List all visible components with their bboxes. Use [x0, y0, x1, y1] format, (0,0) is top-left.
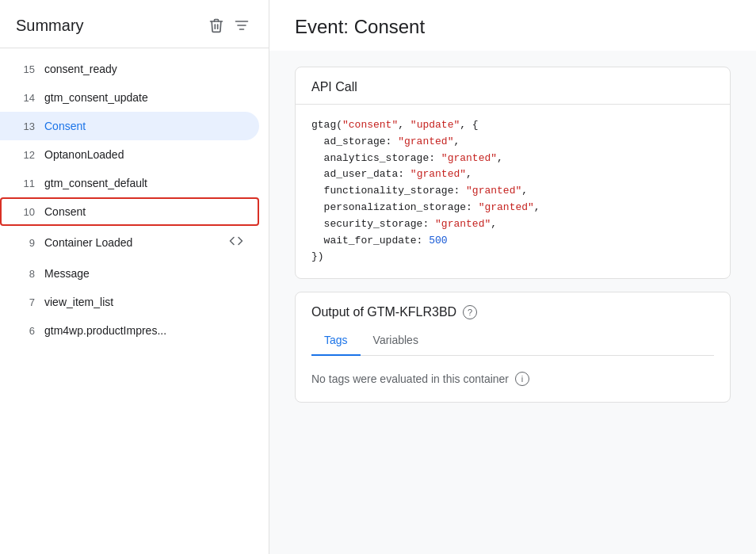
- main-header: Event: Consent: [269, 0, 756, 51]
- event-name: gtm_consent_update: [44, 91, 243, 104]
- event-title: Event: Consent: [295, 16, 731, 38]
- filter-icon: [234, 17, 250, 33]
- event-item[interactable]: 9Container Loaded: [0, 226, 259, 259]
- output-card: Output of GTM-KFLR3BD ? TagsVariables No…: [295, 292, 731, 403]
- code-token: "granted": [398, 136, 453, 147]
- code-token: ,: [497, 152, 503, 164]
- code-token: functionality_storage:: [311, 185, 466, 197]
- event-list: 15consent_ready14gtm_consent_update13Con…: [0, 48, 269, 351]
- code-token: gtag(: [311, 119, 342, 131]
- code-token: ,: [398, 119, 410, 131]
- event-name: Consent: [44, 205, 243, 218]
- sidebar-header: Summary: [0, 0, 269, 48]
- event-name: consent_ready: [44, 63, 243, 75]
- delete-icon: [208, 17, 224, 33]
- code-line: gtag("consent", "update", {: [311, 117, 714, 134]
- code-token: ad_storage:: [311, 136, 398, 147]
- event-number: 15: [16, 63, 35, 75]
- event-item[interactable]: 7view_item_list: [0, 288, 259, 316]
- code-token: "consent": [342, 119, 398, 131]
- code-token: ,: [521, 185, 528, 197]
- code-token: ,: [466, 168, 472, 180]
- api-call-body: gtag("consent", "update", { ad_storage: …: [296, 105, 730, 278]
- code-line: personalization_storage: "granted",: [311, 200, 714, 216]
- event-number: 10: [16, 206, 35, 218]
- code-token: "granted": [435, 218, 491, 230]
- code-line: ad_user_data: "granted",: [311, 166, 714, 183]
- info-icon[interactable]: i: [515, 372, 529, 386]
- code-token: ,: [534, 201, 540, 213]
- event-item[interactable]: 14gtm_consent_update: [0, 83, 259, 112]
- event-item[interactable]: 13Consent: [0, 112, 259, 140]
- code-token: , {: [460, 119, 478, 131]
- code-line: wait_for_update: 500: [311, 233, 714, 250]
- code-line: functionality_storage: "granted",: [311, 183, 714, 200]
- code-token: "update": [410, 119, 460, 131]
- code-token: "granted": [466, 185, 521, 197]
- tab-tags[interactable]: Tags: [311, 326, 361, 356]
- help-icon[interactable]: ?: [463, 305, 477, 319]
- event-number: 11: [16, 178, 35, 189]
- event-name: Consent: [44, 120, 243, 132]
- event-name: OptanonLoaded: [44, 148, 243, 161]
- event-number: 14: [16, 92, 35, 104]
- code-line: security_storage: "granted",: [311, 216, 714, 233]
- event-item[interactable]: 10Consent: [0, 197, 259, 226]
- code-token: "granted": [410, 168, 466, 180]
- code-token: security_storage:: [311, 218, 435, 230]
- output-header: Output of GTM-KFLR3BD ?: [296, 292, 730, 319]
- event-number: 12: [16, 149, 35, 161]
- code-token: }): [311, 250, 324, 262]
- code-token: ,: [491, 218, 497, 230]
- event-number: 7: [16, 296, 35, 308]
- event-item[interactable]: 15consent_ready: [0, 55, 259, 83]
- code-token: "granted": [441, 152, 497, 164]
- code-token: "granted": [479, 201, 534, 213]
- api-call-title: API Call: [296, 67, 730, 105]
- empty-state: No tags were evaluated in this container…: [296, 356, 730, 402]
- tab-variables[interactable]: Variables: [361, 326, 431, 356]
- event-item[interactable]: 6gtm4wp.productImpres...: [0, 316, 259, 345]
- filter-button[interactable]: [231, 14, 253, 36]
- code-line: ad_storage: "granted",: [311, 134, 714, 151]
- tabs-container: TagsVariables: [311, 326, 714, 356]
- event-name: gtm_consent_default: [44, 177, 243, 189]
- output-title: Output of GTM-KFLR3BD: [311, 305, 456, 319]
- event-name: Message: [44, 267, 243, 280]
- event-item[interactable]: 12OptanonLoaded: [0, 140, 259, 169]
- code-line: analytics_storage: "granted",: [311, 151, 714, 167]
- code-token: 500: [429, 235, 447, 246]
- delete-button[interactable]: [205, 14, 227, 36]
- main-content: Event: Consent API Call gtag("consent", …: [269, 0, 756, 554]
- sidebar-actions: [205, 14, 253, 36]
- event-name: gtm4wp.productImpres...: [44, 324, 243, 337]
- event-number: 13: [16, 120, 35, 132]
- event-number: 6: [16, 325, 35, 337]
- code-token: ,: [453, 136, 460, 147]
- api-call-card: API Call gtag("consent", "update", { ad_…: [295, 67, 731, 279]
- code-line: }): [311, 249, 714, 266]
- main-body: API Call gtag("consent", "update", { ad_…: [269, 51, 756, 418]
- event-name: view_item_list: [44, 296, 243, 308]
- empty-message: No tags were evaluated in this container: [311, 373, 509, 385]
- event-number: 9: [16, 237, 35, 249]
- event-name: Container Loaded: [44, 236, 223, 249]
- event-item[interactable]: 8Message: [0, 259, 259, 288]
- sidebar: Summary 15consent_ready1: [0, 0, 269, 554]
- sidebar-title: Summary: [16, 17, 84, 35]
- event-item[interactable]: 11gtm_consent_default: [0, 169, 259, 197]
- code-token: ad_user_data:: [311, 168, 410, 180]
- event-number: 8: [16, 268, 35, 280]
- code-icon: [229, 234, 243, 251]
- code-block: gtag("consent", "update", { ad_storage: …: [311, 117, 714, 266]
- code-token: analytics_storage:: [311, 152, 441, 164]
- code-token: wait_for_update:: [311, 235, 429, 246]
- code-token: personalization_storage:: [311, 201, 479, 213]
